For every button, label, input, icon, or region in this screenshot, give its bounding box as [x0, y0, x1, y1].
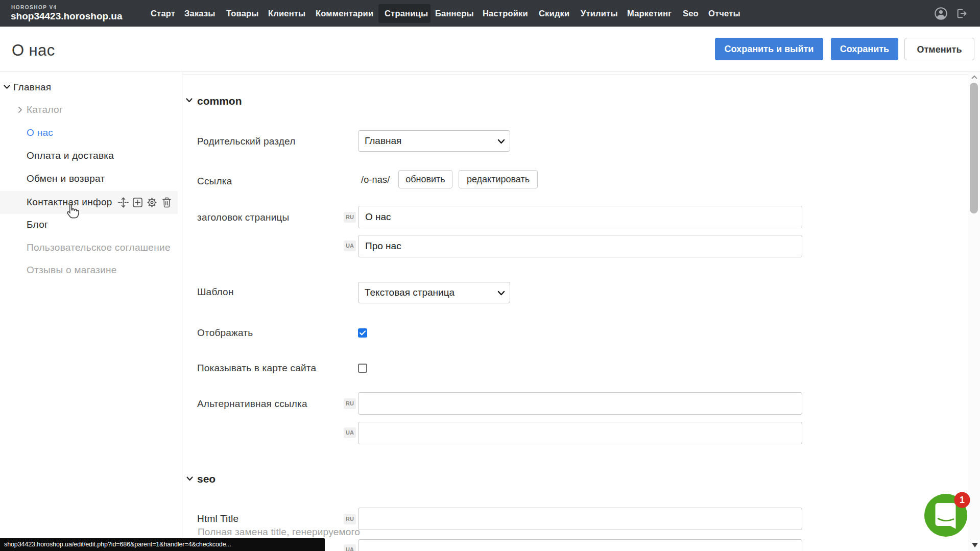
svg-text:1: 1	[960, 495, 965, 505]
